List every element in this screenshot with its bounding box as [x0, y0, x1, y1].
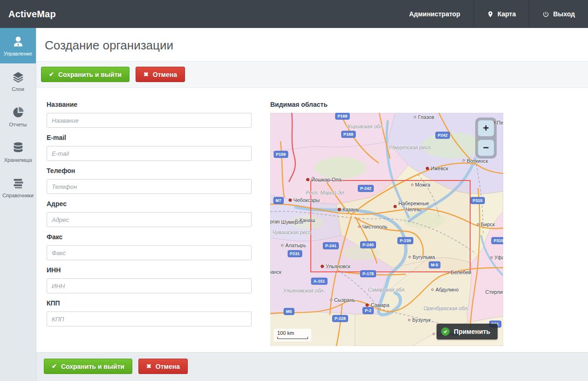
sidebar-item-label: Хранилища [4, 157, 32, 163]
scale-line [277, 337, 308, 339]
cancel-button-label: Отмена [153, 71, 177, 78]
save-button-bottom[interactable]: ✔ Сохранить и выйти [44, 359, 132, 374]
form-field-kpp: КПП [47, 299, 262, 326]
map-city-label: Можга [411, 182, 431, 188]
road-badge: Р315 [491, 237, 503, 244]
city-marker [477, 223, 479, 225]
map-city-label: Уфа [490, 255, 503, 261]
cancel-button-top[interactable]: ✖ Отмена [136, 67, 185, 82]
city-marker [432, 333, 435, 335]
road-badge: Р-178 [360, 270, 376, 277]
city-marker [330, 298, 332, 301]
city-marker [306, 178, 309, 181]
field-input-inn[interactable] [47, 278, 252, 293]
map-city-label: Набережные Челны [393, 201, 429, 212]
topbar-right: Администратор Карта Выход [396, 0, 588, 28]
cross-icon: ✖ [146, 363, 151, 369]
city-marker [337, 208, 341, 211]
map-city-label: Бугульма [409, 254, 435, 260]
logout-button[interactable]: Выход [529, 0, 588, 28]
road-badge: Р-239 [397, 237, 413, 244]
sidebar-item-label: Отчеты [9, 122, 27, 127]
location-pin-icon [487, 11, 494, 18]
city-marker [414, 116, 416, 118]
field-label-kpp: КПП [47, 299, 262, 307]
map-city-label: Канаш [295, 217, 315, 223]
city-marker [409, 256, 411, 258]
zoom-in-button[interactable]: + [478, 120, 494, 137]
map-link-label: Карта [498, 10, 516, 18]
map-labels: ГлазовПермьКировская обл.Удмуртская респ… [270, 113, 503, 346]
map-canvas[interactable]: ГлазовПермьКировская обл.Удмуртская респ… [270, 113, 503, 346]
form-field-phone: Телефон [47, 167, 262, 194]
logout-label: Выход [553, 10, 575, 18]
cross-icon: ✖ [144, 71, 149, 77]
city-marker [365, 303, 369, 306]
database-icon [12, 141, 25, 154]
sidebar-item-reports[interactable]: Отчеты [0, 99, 36, 134]
road-badge: Р315 [470, 197, 485, 204]
content-area: НазваниеE-mailТелефонАдресФаксИННКПП Вид… [36, 88, 588, 352]
map-city-label: Белебей [447, 270, 472, 276]
books-icon [12, 177, 25, 190]
save-button-label: Сохранить и выйти [61, 363, 124, 370]
field-label-email: E-mail [47, 134, 262, 141]
city-marker [281, 244, 283, 246]
power-icon [542, 11, 549, 18]
cancel-button-label: Отмена [156, 363, 180, 370]
map-city-label: Ульяновск [321, 263, 350, 270]
field-input-kpp[interactable] [47, 312, 252, 326]
road-badge: Р242 [435, 132, 450, 139]
sidebar-item-label: Управление [4, 51, 32, 56]
city-marker [295, 219, 298, 221]
sidebar-item-label: Справочники [2, 193, 34, 198]
road-badge: М7 [273, 197, 284, 204]
road-badge: Р231 [287, 250, 302, 257]
field-label-name: Название [47, 101, 262, 108]
check-icon: ✔ [52, 363, 57, 369]
sidebar-item-layers[interactable]: Слои [0, 63, 36, 99]
cancel-button-bottom[interactable]: ✖ Отмена [138, 359, 188, 374]
map-city-label: Йошкар-Ола [306, 177, 342, 183]
form-field-fax: Факс [47, 233, 262, 260]
road-badge: Р168 [341, 131, 356, 138]
map-city-label: Воткинск [463, 158, 488, 164]
sidebar-item-dictionaries[interactable]: Справочники [0, 170, 36, 205]
road-badge: М-5 [429, 261, 441, 268]
apply-button[interactable]: ✔ Применить [437, 324, 498, 339]
field-input-address[interactable] [47, 212, 252, 227]
sidebar-item-storages[interactable]: Хранилища [0, 134, 36, 170]
map-link[interactable]: Карта [473, 0, 529, 28]
field-label-phone: Телефон [47, 167, 262, 174]
map-section-label: Видимая область [270, 101, 503, 108]
city-marker [431, 288, 434, 291]
main-area: Создание организации ✔ Сохранить и выйти… [36, 28, 588, 381]
map-city-label: Абдулино [431, 287, 459, 293]
field-input-phone[interactable] [47, 179, 252, 194]
save-button-label: Сохранить и выйти [58, 71, 122, 78]
user-icon [12, 35, 25, 48]
road-badge: Р-241 [323, 242, 339, 249]
map-region-label: Чувашская респ. [272, 229, 312, 236]
current-user-text: Администратор [409, 10, 460, 18]
map-city-label: Саранск [270, 269, 281, 275]
apply-check-icon: ✔ [441, 327, 450, 336]
map-city-label: Стерлитамак [485, 289, 503, 295]
map-city-label: Бирск [477, 222, 495, 228]
brand-logo: ActiveMap [0, 9, 56, 20]
form-fields: НазваниеE-mailТелефонАдресФаксИННКПП [47, 101, 262, 352]
city-marker [447, 271, 449, 273]
field-input-fax[interactable] [47, 245, 252, 260]
city-marker [411, 183, 413, 186]
zoom-out-button[interactable]: − [478, 139, 494, 156]
save-button-top[interactable]: ✔ Сохранить и выйти [41, 67, 130, 82]
sidebar-item-management[interactable]: Управление [0, 28, 36, 63]
layers-icon [12, 70, 25, 83]
city-marker [490, 256, 492, 258]
field-input-email[interactable] [47, 146, 252, 161]
map-city-label: Чебоксары [288, 197, 320, 203]
field-input-name[interactable] [47, 113, 252, 128]
sidebar: УправлениеСлоиОтчетыХранилищаСправочники [0, 28, 36, 381]
page-title: Создание организации [45, 38, 579, 53]
form-field-inn: ИНН [47, 266, 262, 293]
